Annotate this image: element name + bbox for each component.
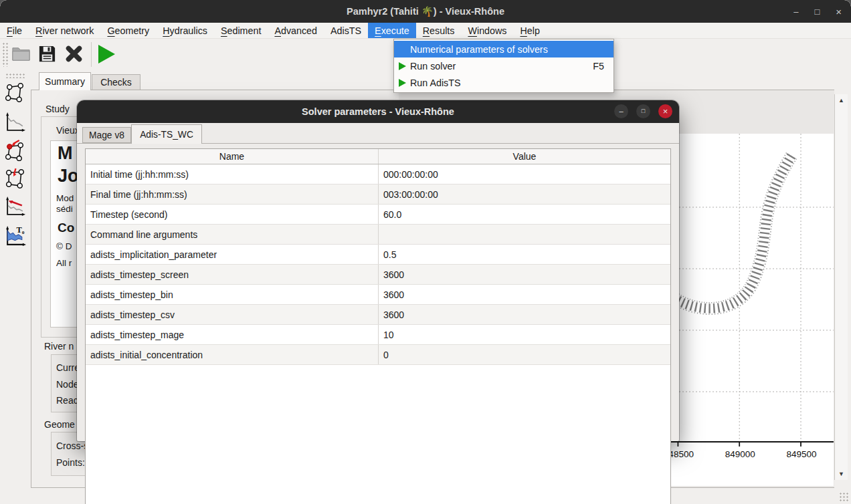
param-value-cell[interactable]: 000:00:00:00 bbox=[379, 164, 670, 184]
nodes-fragment: Node bbox=[56, 379, 78, 390]
svg-text:T₀: T₀ bbox=[17, 225, 25, 235]
dialog-tab-mage-v8[interactable]: Mage v8 bbox=[82, 127, 131, 143]
river-network-icon[interactable] bbox=[3, 81, 27, 104]
close-icon[interactable]: × bbox=[836, 7, 842, 17]
menu-advanced[interactable]: Advanced bbox=[268, 23, 324, 38]
menu-sediment[interactable]: Sediment bbox=[214, 23, 268, 38]
table-row-command-line-arguments[interactable]: Command line arguments bbox=[86, 225, 670, 245]
reaches-fragment: Reac bbox=[56, 395, 78, 406]
param-value-cell[interactable]: 3600 bbox=[379, 305, 670, 324]
menu-help[interactable]: Help bbox=[513, 23, 546, 38]
tab-summary[interactable]: Summary bbox=[39, 72, 91, 90]
run-icon[interactable] bbox=[98, 45, 115, 64]
dialog-title: Solver parameters - Vieux-Rhône bbox=[302, 106, 454, 117]
param-name-cell[interactable]: Command line arguments bbox=[86, 225, 379, 244]
param-name-cell[interactable]: adists_initial_concentration bbox=[86, 345, 379, 364]
description-text-fragment: Mod bbox=[56, 193, 74, 203]
param-name-cell[interactable]: Initial time (jj:hh:mm:ss) bbox=[86, 164, 379, 184]
param-value-cell[interactable]: 3600 bbox=[379, 265, 670, 284]
toolbar-separator bbox=[91, 42, 92, 67]
menu-river-network[interactable]: River network bbox=[29, 23, 100, 38]
x-axis-tick-label: 849000 bbox=[713, 449, 767, 459]
table-row-final-time-jj-hh-mm-ss[interactable]: Final time (jj:hh:mm:ss)003:00:00:00 bbox=[86, 184, 670, 205]
table-header-row: Name Value bbox=[86, 149, 670, 164]
vertical-scrollbar[interactable]: ▲ ▼ bbox=[834, 94, 848, 480]
param-value-cell[interactable]: 0 bbox=[379, 345, 670, 364]
open-folder-icon[interactable] bbox=[11, 43, 31, 67]
copyright-fragment: © D bbox=[56, 241, 72, 251]
param-name-cell[interactable]: adists_timestep_screen bbox=[86, 265, 379, 284]
menu-execute[interactable]: Execute bbox=[368, 23, 416, 38]
run-icon bbox=[399, 79, 406, 87]
menu-results[interactable]: Results bbox=[416, 23, 462, 38]
execute-dropdown-menu: Numerical parameters of solversRun solve… bbox=[393, 39, 614, 93]
scroll-up-icon[interactable]: ▲ bbox=[838, 94, 844, 106]
shortcut-label: F5 bbox=[593, 61, 604, 72]
param-name-cell[interactable]: adists_timestep_csv bbox=[86, 305, 379, 324]
sidebar-drag-handle[interactable] bbox=[5, 73, 25, 78]
run-icon bbox=[399, 62, 406, 70]
table-row-adists-timestep-mage[interactable]: adists_timestep_mage10 bbox=[86, 325, 670, 345]
rights-fragment: All r bbox=[56, 258, 72, 268]
menu-item-run-solver[interactable]: Run solverF5 bbox=[394, 57, 613, 74]
table-row-initial-time-jj-hh-mm-ss[interactable]: Initial time (jj:hh:mm:ss)000:00:00:00 bbox=[86, 164, 670, 184]
window-titlebar[interactable]: Pamhyr2 (Tahiti 🌴) - Vieux-Rhône – □ × bbox=[0, 0, 851, 23]
menu-windows[interactable]: Windows bbox=[461, 23, 513, 38]
param-name-cell[interactable]: Timestep (second) bbox=[86, 205, 379, 224]
table-row-timestep-second[interactable]: Timestep (second)60.0 bbox=[86, 205, 670, 225]
menu-item-run-adists[interactable]: Run AdisTS bbox=[394, 74, 613, 91]
menu-hydraulics[interactable]: Hydraulics bbox=[156, 23, 214, 38]
param-name-cell[interactable]: adists_implicitation_parameter bbox=[86, 245, 379, 264]
menu-bar: FileRiver networkGeometryHydraulicsSedim… bbox=[0, 23, 851, 39]
param-name-cell[interactable]: adists_timestep_mage bbox=[86, 325, 379, 344]
menu-adists[interactable]: AdisTS bbox=[324, 23, 368, 38]
geometry-group-label: Geome bbox=[44, 419, 75, 430]
menu-geometry[interactable]: Geometry bbox=[100, 23, 156, 38]
tab-checks[interactable]: Checks bbox=[92, 74, 140, 90]
table-row-adists-initial-concentration[interactable]: adists_initial_concentration0 bbox=[86, 345, 670, 365]
close-document-icon[interactable] bbox=[64, 44, 84, 66]
dialog-tab-adis-ts-wc[interactable]: Adis-TS_WC bbox=[131, 124, 202, 144]
param-value-cell[interactable]: 60.0 bbox=[379, 205, 670, 224]
dialog-titlebar[interactable]: Solver parameters - Vieux-Rhône – □ × bbox=[77, 100, 679, 123]
param-value-cell[interactable] bbox=[379, 225, 670, 244]
param-value-cell[interactable]: 003:00:00:00 bbox=[379, 184, 670, 204]
minimize-icon[interactable]: – bbox=[793, 7, 798, 16]
solver-parameters-dialog: Solver parameters - Vieux-Rhône – □ × Ma… bbox=[77, 100, 679, 441]
save-icon[interactable] bbox=[37, 43, 58, 67]
initial-conditions-icon[interactable] bbox=[3, 195, 27, 219]
param-value-cell[interactable]: 10 bbox=[379, 325, 670, 344]
description-subheading-fragment: Co bbox=[58, 221, 74, 235]
lateral-contribution-icon[interactable] bbox=[3, 166, 27, 190]
boundary-conditions-icon[interactable] bbox=[3, 138, 27, 162]
table-row-adists-timestep-screen[interactable]: adists_timestep_screen3600 bbox=[86, 265, 670, 285]
pamhyr2-window: Pamhyr2 (Tahiti 🌴) - Vieux-Rhône – □ × F… bbox=[0, 0, 851, 504]
param-value-cell[interactable]: 3600 bbox=[379, 285, 670, 304]
toolbar-drag-handle[interactable] bbox=[2, 42, 8, 67]
menu-item-numerical-parameters-of-solvers[interactable]: Numerical parameters of solvers bbox=[394, 41, 613, 57]
maximize-icon[interactable]: □ bbox=[814, 7, 820, 16]
param-value-cell[interactable]: 0.5 bbox=[379, 245, 670, 264]
param-name-cell[interactable]: adists_timestep_bin bbox=[86, 285, 379, 304]
table-row-adists-timestep-bin[interactable]: adists_timestep_bin3600 bbox=[86, 285, 670, 305]
window-title: Pamhyr2 (Tahiti 🌴) - Vieux-Rhône bbox=[347, 6, 504, 17]
geometry-profile-icon[interactable] bbox=[3, 111, 27, 134]
solver-parameters-table: Name Value Initial time (jj:hh:mm:ss)000… bbox=[85, 148, 671, 504]
table-row-adists-implicitation-parameter[interactable]: adists_implicitation_parameter0.5 bbox=[86, 245, 670, 265]
scroll-down-icon[interactable]: ▼ bbox=[838, 468, 844, 480]
column-header-value[interactable]: Value bbox=[379, 149, 670, 164]
description-text-fragment: sédi bbox=[56, 204, 73, 214]
study-group-label: Study bbox=[45, 104, 70, 114]
column-header-name[interactable]: Name bbox=[86, 149, 379, 164]
dialog-minimize-icon[interactable]: – bbox=[614, 104, 628, 118]
study-name-fragment: Vieux bbox=[56, 125, 80, 136]
param-name-cell[interactable]: Final time (jj:hh:mm:ss) bbox=[86, 184, 379, 204]
window-resize-grip[interactable] bbox=[839, 492, 848, 501]
dialog-maximize-icon[interactable]: □ bbox=[636, 104, 650, 118]
river-network-group-label: River n bbox=[44, 341, 74, 352]
t0-solver-icon[interactable]: T₀ bbox=[3, 225, 27, 248]
dialog-close-icon[interactable]: × bbox=[658, 104, 672, 118]
current-reach-fragment: Curre bbox=[56, 362, 80, 373]
menu-file[interactable]: File bbox=[0, 23, 29, 38]
table-row-adists-timestep-csv[interactable]: adists_timestep_csv3600 bbox=[86, 305, 670, 325]
